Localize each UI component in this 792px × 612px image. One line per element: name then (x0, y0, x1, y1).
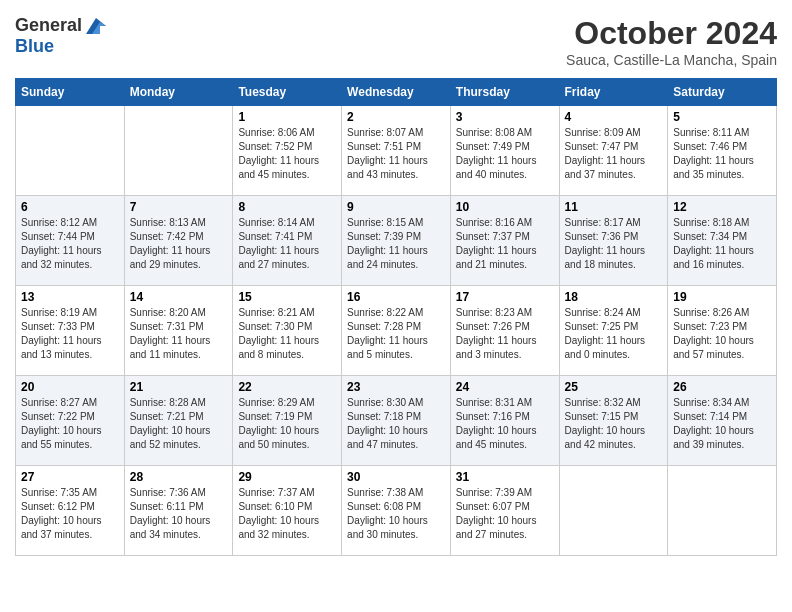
day-info: Sunrise: 8:23 AM Sunset: 7:26 PM Dayligh… (456, 306, 554, 362)
calendar-day-cell (668, 466, 777, 556)
calendar-day-cell: 8Sunrise: 8:14 AM Sunset: 7:41 PM Daylig… (233, 196, 342, 286)
calendar-day-cell: 21Sunrise: 8:28 AM Sunset: 7:21 PM Dayli… (124, 376, 233, 466)
calendar-day-cell: 14Sunrise: 8:20 AM Sunset: 7:31 PM Dayli… (124, 286, 233, 376)
day-info: Sunrise: 8:09 AM Sunset: 7:47 PM Dayligh… (565, 126, 663, 182)
day-info: Sunrise: 8:13 AM Sunset: 7:42 PM Dayligh… (130, 216, 228, 272)
day-of-week-header: Sunday (16, 79, 125, 106)
calendar-day-cell: 12Sunrise: 8:18 AM Sunset: 7:34 PM Dayli… (668, 196, 777, 286)
location-title: Sauca, Castille-La Mancha, Spain (566, 52, 777, 68)
calendar-week-row: 27Sunrise: 7:35 AM Sunset: 6:12 PM Dayli… (16, 466, 777, 556)
logo-icon (86, 18, 106, 34)
day-info: Sunrise: 8:11 AM Sunset: 7:46 PM Dayligh… (673, 126, 771, 182)
day-number: 28 (130, 470, 228, 484)
calendar-day-cell: 22Sunrise: 8:29 AM Sunset: 7:19 PM Dayli… (233, 376, 342, 466)
day-of-week-header: Friday (559, 79, 668, 106)
day-number: 3 (456, 110, 554, 124)
day-number: 24 (456, 380, 554, 394)
day-number: 21 (130, 380, 228, 394)
calendar-day-cell: 5Sunrise: 8:11 AM Sunset: 7:46 PM Daylig… (668, 106, 777, 196)
day-info: Sunrise: 7:38 AM Sunset: 6:08 PM Dayligh… (347, 486, 445, 542)
day-of-week-header: Thursday (450, 79, 559, 106)
page-header: General Blue October 2024 Sauca, Castill… (15, 15, 777, 68)
day-number: 27 (21, 470, 119, 484)
calendar-day-cell: 26Sunrise: 8:34 AM Sunset: 7:14 PM Dayli… (668, 376, 777, 466)
day-info: Sunrise: 8:07 AM Sunset: 7:51 PM Dayligh… (347, 126, 445, 182)
day-info: Sunrise: 8:17 AM Sunset: 7:36 PM Dayligh… (565, 216, 663, 272)
calendar-week-row: 20Sunrise: 8:27 AM Sunset: 7:22 PM Dayli… (16, 376, 777, 466)
calendar-day-cell: 30Sunrise: 7:38 AM Sunset: 6:08 PM Dayli… (342, 466, 451, 556)
day-info: Sunrise: 8:32 AM Sunset: 7:15 PM Dayligh… (565, 396, 663, 452)
day-info: Sunrise: 8:29 AM Sunset: 7:19 PM Dayligh… (238, 396, 336, 452)
calendar-day-cell: 23Sunrise: 8:30 AM Sunset: 7:18 PM Dayli… (342, 376, 451, 466)
calendar-day-cell: 18Sunrise: 8:24 AM Sunset: 7:25 PM Dayli… (559, 286, 668, 376)
day-info: Sunrise: 7:36 AM Sunset: 6:11 PM Dayligh… (130, 486, 228, 542)
day-info: Sunrise: 8:24 AM Sunset: 7:25 PM Dayligh… (565, 306, 663, 362)
day-info: Sunrise: 7:35 AM Sunset: 6:12 PM Dayligh… (21, 486, 119, 542)
day-of-week-header: Tuesday (233, 79, 342, 106)
calendar-day-cell: 25Sunrise: 8:32 AM Sunset: 7:15 PM Dayli… (559, 376, 668, 466)
calendar-day-cell: 3Sunrise: 8:08 AM Sunset: 7:49 PM Daylig… (450, 106, 559, 196)
calendar-week-row: 1Sunrise: 8:06 AM Sunset: 7:52 PM Daylig… (16, 106, 777, 196)
calendar-day-cell (124, 106, 233, 196)
month-title: October 2024 (566, 15, 777, 52)
calendar-day-cell: 7Sunrise: 8:13 AM Sunset: 7:42 PM Daylig… (124, 196, 233, 286)
day-number: 12 (673, 200, 771, 214)
calendar-day-cell: 20Sunrise: 8:27 AM Sunset: 7:22 PM Dayli… (16, 376, 125, 466)
day-info: Sunrise: 8:21 AM Sunset: 7:30 PM Dayligh… (238, 306, 336, 362)
day-info: Sunrise: 8:12 AM Sunset: 7:44 PM Dayligh… (21, 216, 119, 272)
day-number: 18 (565, 290, 663, 304)
calendar-day-cell (559, 466, 668, 556)
calendar-week-row: 6Sunrise: 8:12 AM Sunset: 7:44 PM Daylig… (16, 196, 777, 286)
logo-general-text: General (15, 15, 82, 36)
day-number: 2 (347, 110, 445, 124)
calendar-day-cell: 1Sunrise: 8:06 AM Sunset: 7:52 PM Daylig… (233, 106, 342, 196)
calendar-day-cell: 29Sunrise: 7:37 AM Sunset: 6:10 PM Dayli… (233, 466, 342, 556)
day-number: 13 (21, 290, 119, 304)
day-number: 17 (456, 290, 554, 304)
day-info: Sunrise: 8:27 AM Sunset: 7:22 PM Dayligh… (21, 396, 119, 452)
day-number: 25 (565, 380, 663, 394)
day-of-week-header: Saturday (668, 79, 777, 106)
logo-blue-text: Blue (15, 36, 54, 57)
day-number: 6 (21, 200, 119, 214)
day-number: 4 (565, 110, 663, 124)
day-number: 11 (565, 200, 663, 214)
calendar-week-row: 13Sunrise: 8:19 AM Sunset: 7:33 PM Dayli… (16, 286, 777, 376)
calendar-day-cell: 10Sunrise: 8:16 AM Sunset: 7:37 PM Dayli… (450, 196, 559, 286)
day-number: 5 (673, 110, 771, 124)
day-info: Sunrise: 7:37 AM Sunset: 6:10 PM Dayligh… (238, 486, 336, 542)
calendar-day-cell: 11Sunrise: 8:17 AM Sunset: 7:36 PM Dayli… (559, 196, 668, 286)
calendar-day-cell: 15Sunrise: 8:21 AM Sunset: 7:30 PM Dayli… (233, 286, 342, 376)
day-number: 8 (238, 200, 336, 214)
day-of-week-header: Monday (124, 79, 233, 106)
day-number: 19 (673, 290, 771, 304)
day-info: Sunrise: 8:06 AM Sunset: 7:52 PM Dayligh… (238, 126, 336, 182)
calendar-table: SundayMondayTuesdayWednesdayThursdayFrid… (15, 78, 777, 556)
day-info: Sunrise: 8:14 AM Sunset: 7:41 PM Dayligh… (238, 216, 336, 272)
day-info: Sunrise: 8:22 AM Sunset: 7:28 PM Dayligh… (347, 306, 445, 362)
day-number: 30 (347, 470, 445, 484)
day-number: 10 (456, 200, 554, 214)
day-info: Sunrise: 8:34 AM Sunset: 7:14 PM Dayligh… (673, 396, 771, 452)
day-info: Sunrise: 8:31 AM Sunset: 7:16 PM Dayligh… (456, 396, 554, 452)
day-info: Sunrise: 8:18 AM Sunset: 7:34 PM Dayligh… (673, 216, 771, 272)
calendar-day-cell: 19Sunrise: 8:26 AM Sunset: 7:23 PM Dayli… (668, 286, 777, 376)
calendar-day-cell: 2Sunrise: 8:07 AM Sunset: 7:51 PM Daylig… (342, 106, 451, 196)
calendar-day-cell: 4Sunrise: 8:09 AM Sunset: 7:47 PM Daylig… (559, 106, 668, 196)
calendar-header-row: SundayMondayTuesdayWednesdayThursdayFrid… (16, 79, 777, 106)
title-block: October 2024 Sauca, Castille-La Mancha, … (566, 15, 777, 68)
day-number: 14 (130, 290, 228, 304)
calendar-day-cell (16, 106, 125, 196)
day-of-week-header: Wednesday (342, 79, 451, 106)
day-info: Sunrise: 7:39 AM Sunset: 6:07 PM Dayligh… (456, 486, 554, 542)
day-number: 23 (347, 380, 445, 394)
day-number: 1 (238, 110, 336, 124)
day-info: Sunrise: 8:08 AM Sunset: 7:49 PM Dayligh… (456, 126, 554, 182)
day-info: Sunrise: 8:16 AM Sunset: 7:37 PM Dayligh… (456, 216, 554, 272)
calendar-day-cell: 17Sunrise: 8:23 AM Sunset: 7:26 PM Dayli… (450, 286, 559, 376)
day-info: Sunrise: 8:28 AM Sunset: 7:21 PM Dayligh… (130, 396, 228, 452)
day-info: Sunrise: 8:26 AM Sunset: 7:23 PM Dayligh… (673, 306, 771, 362)
day-info: Sunrise: 8:19 AM Sunset: 7:33 PM Dayligh… (21, 306, 119, 362)
calendar-day-cell: 6Sunrise: 8:12 AM Sunset: 7:44 PM Daylig… (16, 196, 125, 286)
day-number: 26 (673, 380, 771, 394)
